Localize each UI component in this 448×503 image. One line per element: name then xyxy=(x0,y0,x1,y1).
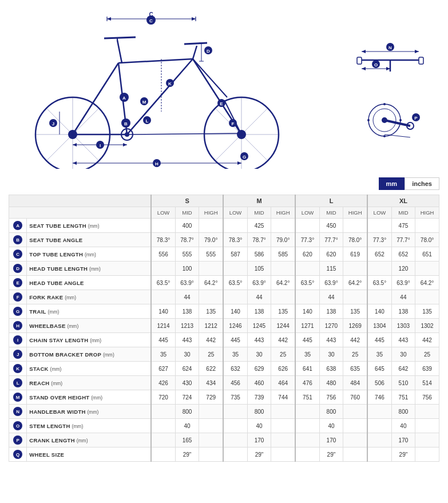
row-icon-cell: J xyxy=(9,347,27,362)
handlebar-svg: O N xyxy=(350,31,430,83)
row-value-cell xyxy=(271,219,295,233)
row-value-cell xyxy=(367,405,391,419)
row-value-cell: 642 xyxy=(391,362,415,376)
row-value-cell: 135 xyxy=(343,304,367,319)
row-value-cell xyxy=(151,419,175,433)
s-low: LOW xyxy=(151,207,175,219)
row-value-cell: 78.0° xyxy=(343,233,367,247)
row-value-cell xyxy=(223,419,247,433)
row-label: TRAIL xyxy=(29,308,46,315)
row-value-cell: 25 xyxy=(271,347,295,362)
row-value-cell: 44 xyxy=(175,290,199,304)
row-value-cell: 40 xyxy=(391,419,415,433)
row-label: SEAT TUBE ANGLE xyxy=(29,237,82,243)
row-value-cell: 760 xyxy=(343,390,367,405)
table-row: NHANDLEBAR WIDTH (mm)800800800800 xyxy=(9,405,439,419)
row-value-cell xyxy=(199,419,223,433)
row-value-cell: 735 xyxy=(223,390,247,405)
row-value-cell: 442 xyxy=(199,333,223,347)
row-value-cell: 400 xyxy=(175,219,199,233)
row-value-cell: 586 xyxy=(247,247,271,262)
row-value-cell xyxy=(367,447,391,462)
table-row: ASEAT TUBE LENGTH (mm)400425450475 xyxy=(9,219,439,233)
row-value-cell xyxy=(415,447,439,462)
svg-line-31 xyxy=(104,37,136,38)
row-value-cell: 629 xyxy=(247,362,271,376)
empty-subheader xyxy=(9,207,152,219)
row-value-cell: 475 xyxy=(391,219,415,233)
row-value-cell: 63.5° xyxy=(151,276,175,290)
row-label-cell: SEAT TUBE LENGTH (mm) xyxy=(27,219,151,233)
svg-text:M: M xyxy=(142,100,146,105)
row-value-cell: 620 xyxy=(295,247,319,262)
row-value-cell: 135 xyxy=(271,304,295,319)
row-icon: M xyxy=(13,393,22,402)
row-value-cell: 140 xyxy=(295,304,319,319)
row-icon-cell: N xyxy=(9,405,27,419)
l-mid: MID xyxy=(319,207,343,219)
row-value-cell: 442 xyxy=(343,333,367,347)
row-value-cell: 585 xyxy=(271,247,295,262)
mm-button[interactable]: mm xyxy=(379,177,405,190)
row-icon-cell: Q xyxy=(9,447,27,462)
geometry-table: S M L XL LOW MID HIGH LOW MID HIGH LOW M… xyxy=(9,195,439,462)
row-value-cell: 135 xyxy=(415,304,439,319)
row-value-cell xyxy=(295,419,319,433)
table-row: LREACH (mm)42643043445646046447648048450… xyxy=(9,376,439,390)
row-icon-cell: K xyxy=(9,362,27,376)
row-value-cell: 729 xyxy=(199,390,223,405)
row-value-cell: 35 xyxy=(223,347,247,362)
row-icon-cell: I xyxy=(9,333,27,347)
svg-text:L: L xyxy=(145,118,148,124)
m-high: HIGH xyxy=(271,207,295,219)
row-value-cell xyxy=(415,419,439,433)
row-value-cell: 115 xyxy=(319,262,343,276)
row-icon: C xyxy=(13,249,22,259)
row-value-cell xyxy=(343,419,367,433)
row-icon-cell: B xyxy=(9,233,27,247)
row-icon: G xyxy=(13,307,22,316)
crank-svg: P xyxy=(356,94,425,146)
row-icon: O xyxy=(13,421,22,430)
row-value-cell xyxy=(295,219,319,233)
svg-rect-72 xyxy=(350,31,430,83)
svg-text:J: J xyxy=(51,121,54,126)
row-value-cell: 480 xyxy=(319,376,343,390)
row-value-cell xyxy=(223,433,247,447)
row-value-cell: 63.9° xyxy=(175,276,199,290)
row-value-cell: 25 xyxy=(343,347,367,362)
svg-point-94 xyxy=(383,135,386,137)
row-value-cell xyxy=(367,433,391,447)
inches-button[interactable]: inches xyxy=(405,177,439,190)
row-value-cell xyxy=(271,262,295,276)
row-value-cell: 25 xyxy=(199,347,223,362)
row-label-cell: HEAD TUBE LENGTH (mm) xyxy=(27,262,151,276)
row-label: STAND OVER HEIGHT xyxy=(29,394,89,401)
l-high: HIGH xyxy=(343,207,367,219)
row-value-cell: 555 xyxy=(175,247,199,262)
row-value-cell: 30 xyxy=(247,347,271,362)
row-icon: L xyxy=(13,378,22,387)
row-icon-cell: F xyxy=(9,290,27,304)
row-label: CHAIN STAY LENGTH xyxy=(29,337,88,343)
row-value-cell: 720 xyxy=(151,390,175,405)
row-value-cell: 426 xyxy=(151,376,175,390)
row-icon-cell: E xyxy=(9,276,27,290)
svg-text:K: K xyxy=(168,81,172,86)
row-value-cell xyxy=(271,433,295,447)
row-value-cell: 63.9° xyxy=(391,276,415,290)
row-value-cell xyxy=(415,262,439,276)
row-icon-cell: H xyxy=(9,319,27,333)
row-value-cell: 40 xyxy=(175,419,199,433)
row-value-cell: 751 xyxy=(295,390,319,405)
row-icon: D xyxy=(13,264,22,273)
row-value-cell: 756 xyxy=(415,390,439,405)
table-row: EHEAD TUBE ANGLE63.5°63.9°64.2°63.5°63.9… xyxy=(9,276,439,290)
xl-mid: MID xyxy=(391,207,415,219)
table-row: PCRANK LENGTH (mm)165170170170 xyxy=(9,433,439,447)
row-value-cell: 63.5° xyxy=(223,276,247,290)
row-icon: E xyxy=(13,278,22,287)
row-icon: H xyxy=(13,321,22,330)
row-value-cell: 626 xyxy=(271,362,295,376)
row-icon-cell: O xyxy=(9,419,27,433)
